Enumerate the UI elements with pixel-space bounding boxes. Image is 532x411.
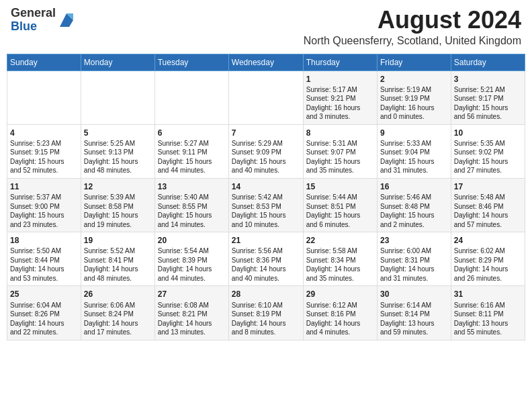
day-cell — [228, 71, 303, 124]
day-cell: 24Sunrise: 6:02 AMSunset: 8:29 PMDayligh… — [451, 232, 525, 286]
day-cell: 26Sunrise: 6:06 AMSunset: 8:24 PMDayligh… — [81, 286, 154, 340]
day-info-line: Daylight: 14 hours — [84, 319, 152, 328]
day-info-line: Sunset: 9:17 PM — [454, 94, 522, 103]
day-cell: 31Sunrise: 6:16 AMSunset: 8:11 PMDayligh… — [451, 286, 525, 340]
day-info-line: and 48 minutes. — [84, 274, 152, 283]
day-info-line: Sunset: 9:11 PM — [158, 148, 226, 157]
day-info-line: Sunset: 8:53 PM — [232, 202, 300, 212]
day-info-line: Sunrise: 6:02 AM — [454, 246, 522, 256]
day-info-line: and 40 minutes. — [232, 166, 300, 175]
day-cell: 12Sunrise: 5:39 AMSunset: 8:58 PMDayligh… — [81, 178, 154, 232]
page-header: General Blue August 2024 North Queensfer… — [0, 0, 532, 50]
day-info-line: Sunrise: 5:50 AM — [10, 246, 78, 256]
day-info-line: and 55 minutes. — [454, 328, 522, 337]
day-cell: 11Sunrise: 5:37 AMSunset: 9:00 PMDayligh… — [7, 178, 81, 232]
day-info-line: Sunset: 8:58 PM — [84, 202, 152, 212]
day-info-line: Daylight: 14 hours — [380, 265, 448, 274]
day-number: 26 — [84, 289, 152, 300]
day-cell: 28Sunrise: 6:10 AMSunset: 8:19 PMDayligh… — [228, 286, 303, 340]
day-number: 31 — [454, 289, 522, 300]
day-info-line: Sunrise: 5:44 AM — [306, 193, 374, 202]
day-info-line: Sunset: 8:44 PM — [10, 256, 78, 265]
day-info-line: Daylight: 13 hours — [380, 319, 448, 328]
day-info-line: and 8 minutes. — [232, 328, 300, 337]
week-row-4: 18Sunrise: 5:50 AMSunset: 8:44 PMDayligh… — [7, 232, 525, 286]
day-number: 30 — [380, 289, 448, 300]
day-cell: 30Sunrise: 6:14 AMSunset: 8:14 PMDayligh… — [378, 286, 451, 340]
day-number: 6 — [158, 128, 226, 138]
day-info-line: Sunrise: 6:12 AM — [306, 301, 374, 310]
day-info-line: and 19 minutes. — [84, 220, 152, 230]
day-info-line: Daylight: 14 hours — [454, 265, 522, 274]
day-info-line: Sunset: 8:24 PM — [84, 310, 152, 319]
day-info-line: Daylight: 15 hours — [84, 157, 152, 167]
day-info-line: Daylight: 15 hours — [158, 211, 226, 220]
day-number: 4 — [10, 128, 78, 138]
day-cell: 27Sunrise: 6:08 AMSunset: 8:21 PMDayligh… — [154, 286, 228, 340]
day-cell: 6Sunrise: 5:27 AMSunset: 9:11 PMDaylight… — [154, 124, 228, 178]
day-info-line: Sunset: 9:04 PM — [380, 148, 448, 157]
day-info-line: and 31 minutes. — [380, 166, 448, 175]
day-info-line: Sunrise: 6:06 AM — [84, 301, 152, 310]
day-info-line: Daylight: 15 hours — [10, 157, 78, 167]
day-cell — [154, 71, 228, 124]
day-info-line: Sunset: 9:00 PM — [10, 202, 78, 212]
day-info-line: Sunrise: 5:48 AM — [454, 193, 522, 202]
day-cell — [81, 71, 154, 124]
day-info-line: and 53 minutes. — [10, 274, 78, 283]
day-info-line: Sunrise: 5:25 AM — [84, 139, 152, 148]
day-info-line: Daylight: 15 hours — [306, 211, 374, 220]
day-info-line: Sunset: 8:46 PM — [454, 202, 522, 212]
day-cell: 2Sunrise: 5:19 AMSunset: 9:19 PMDaylight… — [378, 71, 451, 124]
day-info-line: Sunset: 9:15 PM — [10, 148, 78, 157]
day-info-line: Sunset: 8:21 PM — [158, 310, 226, 319]
day-info-line: Sunrise: 5:46 AM — [380, 193, 448, 202]
day-info-line: and 44 minutes. — [158, 274, 226, 283]
day-info-line: and 4 minutes. — [306, 328, 374, 337]
day-number: 1 — [306, 74, 374, 85]
day-info-line: Daylight: 14 hours — [232, 265, 300, 274]
day-info-line: Daylight: 14 hours — [84, 265, 152, 274]
location-subtitle: North Queensferry, Scotland, United King… — [76, 35, 521, 47]
day-info-line: Sunset: 9:21 PM — [306, 94, 374, 103]
day-info-line: Daylight: 15 hours — [10, 211, 78, 220]
calendar-table: SundayMondayTuesdayWednesdayThursdayFrid… — [7, 54, 525, 340]
week-row-2: 4Sunrise: 5:23 AMSunset: 9:15 PMDaylight… — [7, 124, 525, 178]
day-info-line: Sunrise: 6:16 AM — [454, 301, 522, 310]
day-info-line: Sunrise: 5:58 AM — [306, 246, 374, 256]
day-info-line: Sunset: 8:39 PM — [158, 256, 226, 265]
day-cell: 16Sunrise: 5:46 AMSunset: 8:48 PMDayligh… — [378, 178, 451, 232]
day-info-line: and 56 minutes. — [454, 112, 522, 122]
weekday-header-tuesday: Tuesday — [154, 54, 228, 71]
day-number: 3 — [454, 74, 522, 85]
day-info-line: Sunset: 8:11 PM — [454, 310, 522, 319]
day-info-line: Daylight: 15 hours — [454, 103, 522, 113]
day-info-line: Sunset: 9:13 PM — [84, 148, 152, 157]
day-cell: 21Sunrise: 5:56 AMSunset: 8:36 PMDayligh… — [228, 232, 303, 286]
day-number: 28 — [232, 289, 300, 300]
day-info-line: Sunrise: 5:35 AM — [454, 139, 522, 148]
day-number: 7 — [232, 128, 300, 138]
day-info-line: and 26 minutes. — [454, 274, 522, 283]
day-info-line: Daylight: 15 hours — [84, 211, 152, 220]
day-number: 18 — [10, 235, 78, 246]
day-cell — [7, 71, 81, 124]
day-info-line: Sunset: 9:19 PM — [380, 94, 448, 103]
day-info-line: Sunrise: 6:00 AM — [380, 246, 448, 256]
day-cell: 20Sunrise: 5:54 AMSunset: 8:39 PMDayligh… — [154, 232, 228, 286]
day-number: 14 — [232, 181, 300, 192]
day-number: 8 — [306, 128, 374, 138]
day-cell: 15Sunrise: 5:44 AMSunset: 8:51 PMDayligh… — [303, 178, 377, 232]
day-info-line: and 2 minutes. — [380, 220, 448, 230]
day-info-line: Sunset: 8:51 PM — [306, 202, 374, 212]
day-number: 15 — [306, 181, 374, 192]
day-info-line: Daylight: 14 hours — [10, 319, 78, 328]
day-info-line: and 10 minutes. — [232, 220, 300, 230]
day-number: 21 — [232, 235, 300, 246]
day-info-line: Sunrise: 5:54 AM — [158, 246, 226, 256]
day-number: 19 — [84, 235, 152, 246]
day-info-line: Daylight: 14 hours — [232, 319, 300, 328]
day-info-line: Daylight: 16 hours — [306, 103, 374, 113]
day-number: 9 — [380, 128, 448, 138]
day-number: 2 — [380, 74, 448, 85]
